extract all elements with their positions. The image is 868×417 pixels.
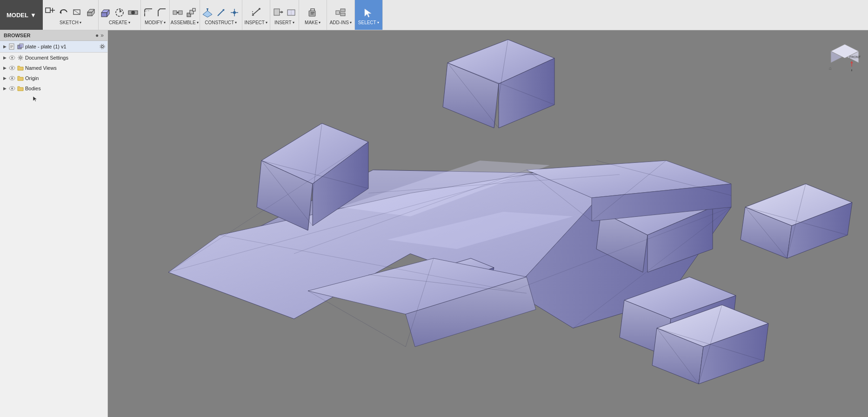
toolbar-group-select[interactable]: SELECT ▾ xyxy=(355,0,383,30)
assemble-joint-icon xyxy=(171,6,184,19)
browser-header: BROWSER ● » xyxy=(0,30,107,41)
named-views-folder-icon xyxy=(17,64,24,72)
modify-label[interactable]: MODIFY ▾ xyxy=(145,20,166,25)
assemble-dropdown-arrow: ▾ xyxy=(197,20,199,25)
inspect-dropdown-arrow: ▾ xyxy=(266,20,267,25)
create-extrude-icon xyxy=(100,6,113,19)
bodies-label: Bodies xyxy=(25,86,106,91)
assemble-label[interactable]: ASSEMBLE ▾ xyxy=(171,20,199,25)
svg-marker-44 xyxy=(365,9,371,17)
svg-point-31 xyxy=(259,8,260,10)
root-document-icon xyxy=(8,43,16,50)
svg-rect-41 xyxy=(341,9,345,12)
doc-settings-expand[interactable]: ▶ xyxy=(2,55,7,60)
insert-label[interactable]: INSERT ▾ xyxy=(274,20,294,25)
browser-root-item[interactable]: ▶ plate - plate (1) v1 xyxy=(0,41,107,53)
create-dropdown-arrow: ▾ xyxy=(128,20,130,25)
svg-rect-12 xyxy=(179,11,182,14)
svg-marker-62 xyxy=(33,96,37,101)
extrude-icon[interactable] xyxy=(84,6,97,19)
svg-point-54 xyxy=(11,57,13,59)
svg-line-5 xyxy=(73,10,80,14)
named-views-eye-icon[interactable] xyxy=(8,64,16,72)
construct-dropdown-arrow: ▾ xyxy=(235,20,237,25)
svg-point-52 xyxy=(100,44,105,49)
browser-expand-icon[interactable]: » xyxy=(100,32,104,39)
root-item-label: plate - plate (1) v1 xyxy=(25,44,98,49)
svg-rect-7 xyxy=(101,13,107,17)
assemble-component-icon xyxy=(185,6,198,19)
toolbar-group-make[interactable]: MAKE ▾ xyxy=(299,0,327,30)
select-icons-row xyxy=(362,6,375,19)
svg-point-61 xyxy=(11,87,13,89)
origin-label: Origin xyxy=(25,75,106,81)
addins-icon xyxy=(334,6,347,19)
sketch-label[interactable]: SKETCH ▾ xyxy=(60,20,81,25)
toolbar-group-construct[interactable]: CONSTRUCT ▾ xyxy=(200,0,242,30)
named-views-expand[interactable]: ▶ xyxy=(2,66,7,70)
origin-eye-icon[interactable] xyxy=(8,74,16,82)
svg-rect-50 xyxy=(20,44,23,47)
mouse-cursor xyxy=(33,96,38,101)
browser-item-origin[interactable]: ▶ Origin xyxy=(0,73,107,83)
toolbar-group-addins[interactable]: ADD-INS ▾ xyxy=(327,0,355,30)
toolbar-group-modify[interactable]: MODIFY ▾ xyxy=(141,0,170,30)
svg-rect-11 xyxy=(173,11,177,14)
browser-item-bodies[interactable]: ▶ Bodies xyxy=(0,83,107,94)
browser-panel: BROWSER ● » ▶ plate - plate (1) v1 xyxy=(0,30,108,417)
toolbar-group-create[interactable]: CREATE ▾ xyxy=(99,0,141,30)
select-dropdown-arrow: ▾ xyxy=(377,20,379,25)
create-label[interactable]: CREATE ▾ xyxy=(109,20,130,25)
bodies-expand[interactable]: ▶ xyxy=(2,86,7,91)
doc-settings-eye-icon[interactable] xyxy=(8,54,16,61)
viewport[interactable]: FRONT ⌂ xyxy=(108,30,868,417)
modify-icons-row xyxy=(142,6,168,19)
svg-rect-6 xyxy=(87,12,92,16)
make-icon xyxy=(306,6,319,19)
toolbar: MODEL ▼ xyxy=(0,0,868,30)
doc-settings-label: Document Settings xyxy=(25,55,106,61)
inspect-label[interactable]: INSPECT ▾ xyxy=(245,20,267,25)
construct-label[interactable]: CONSTRUCT ▾ xyxy=(205,20,237,25)
rectangle-tool-icon[interactable] xyxy=(71,6,84,19)
modify-chamfer-icon xyxy=(155,6,168,19)
model-dropdown-button[interactable]: MODEL ▼ xyxy=(0,0,43,30)
toolbar-group-inspect[interactable]: INSPECT ▾ xyxy=(242,0,270,30)
svg-line-27 xyxy=(252,9,260,15)
sketch-new-icon xyxy=(44,6,57,19)
select-label[interactable]: SELECT ▾ xyxy=(358,20,379,25)
browser-item-document-settings[interactable]: ▶ Document Settings xyxy=(0,53,107,63)
inspect-measure-icon xyxy=(249,6,262,19)
bodies-eye-icon[interactable] xyxy=(8,85,16,92)
insert-dropdown-arrow: ▾ xyxy=(293,20,294,25)
insert-canvas-icon xyxy=(285,6,298,19)
construct-plane-icon xyxy=(201,6,214,19)
addins-label[interactable]: ADD-INS ▾ xyxy=(330,20,352,25)
cursor-area xyxy=(0,94,107,103)
modify-dropdown-arrow: ▾ xyxy=(164,20,166,25)
root-settings-icon[interactable] xyxy=(99,43,106,50)
svg-point-59 xyxy=(11,77,13,79)
toolbar-group-assemble[interactable]: ASSEMBLE ▾ xyxy=(170,0,200,30)
modify-fillet-icon xyxy=(142,6,155,19)
bodies-folder-icon xyxy=(17,85,24,92)
navigation-cube[interactable]: FRONT ⌂ xyxy=(826,35,863,72)
toolbar-group-sketch[interactable]: SKETCH ▾ xyxy=(43,0,99,30)
model-dropdown-arrow: ▼ xyxy=(30,12,36,19)
root-expand-arrow[interactable]: ▶ xyxy=(2,44,7,49)
create-hole-icon xyxy=(127,6,140,19)
create-icons-row xyxy=(100,6,140,19)
browser-title: BROWSER xyxy=(4,33,30,38)
undo-icon[interactable] xyxy=(57,6,70,19)
construct-axis-icon xyxy=(214,6,227,19)
origin-expand[interactable]: ▶ xyxy=(2,76,7,81)
svg-rect-37 xyxy=(309,11,315,16)
svg-point-14 xyxy=(177,12,179,13)
sketch-dropdown-arrow: ▾ xyxy=(80,20,81,25)
toolbar-group-insert[interactable]: INSERT ▾ xyxy=(270,0,299,30)
make-label[interactable]: MAKE ▾ xyxy=(305,20,320,25)
model-3d-view xyxy=(108,30,868,417)
doc-settings-gear-icon xyxy=(17,54,24,61)
browser-item-named-views[interactable]: ▶ Named Views xyxy=(0,63,107,73)
browser-pin-icon[interactable]: ● xyxy=(95,32,99,39)
